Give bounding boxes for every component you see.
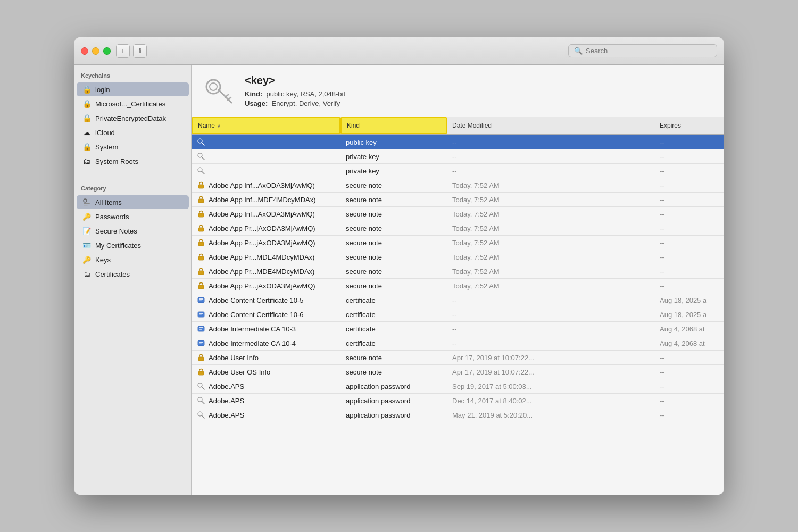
- titlebar-actions: + ℹ: [116, 44, 147, 58]
- row-icon: [197, 339, 205, 347]
- cell-kind: private key: [340, 164, 447, 178]
- sidebar-item-private-encrypted[interactable]: 🔒 PrivateEncryptedDatak: [77, 111, 189, 125]
- svg-line-11: [202, 157, 204, 160]
- keychain-access-window: + ℹ 🔍 Keychains 🔒 login 🔒 Microsof..._Ce…: [74, 37, 724, 495]
- table-row[interactable]: Adobe App Pr...jAxODA3MjAwMQ) secure not…: [192, 236, 724, 250]
- detail-info: <key> Kind: public key, RSA, 2,048-bit U…: [245, 74, 345, 109]
- table-row[interactable]: Adobe Content Certificate 10-5 certifica…: [192, 293, 724, 307]
- table-row[interactable]: Adobe App Inf...AxODA3MjAwMQ) secure not…: [192, 178, 724, 193]
- cell-kind: application password: [340, 408, 447, 422]
- sidebar-item-login[interactable]: 🔒 login: [77, 82, 189, 96]
- sidebar-item-my-certificates[interactable]: 🪪 My Certificates: [77, 238, 189, 252]
- search-bar[interactable]: 🔍: [568, 44, 717, 57]
- cell-name: Adobe Content Certificate 10-6: [192, 307, 340, 321]
- cell-expires: --: [654, 193, 724, 206]
- svg-rect-26: [199, 313, 203, 314]
- row-icon: [197, 238, 205, 247]
- row-icon: [197, 281, 205, 290]
- category-icon: 📝: [82, 226, 92, 236]
- table-row[interactable]: Adobe.APS application password Dec 14, 2…: [192, 394, 724, 408]
- table-row[interactable]: Adobe.APS application password May 21, 2…: [192, 408, 724, 422]
- sidebar-item-all-items[interactable]: All Items: [77, 195, 189, 209]
- sidebar: Keychains 🔒 login 🔒 Microsof..._Certific…: [74, 65, 192, 495]
- category-section-label: Category: [74, 178, 191, 195]
- sidebar-item-secure-notes[interactable]: 📝 Secure Notes: [77, 224, 189, 238]
- cell-kind: secure note: [340, 365, 447, 379]
- cell-expires: Aug 4, 2068 at: [654, 336, 724, 350]
- sidebar-item-certificates[interactable]: 🗂 Certificates: [77, 267, 189, 281]
- table-row[interactable]: Adobe User OS Info secure note Apr 17, 2…: [192, 365, 724, 379]
- table-row[interactable]: Adobe App Pr...jAxODA3MjAwMQ) secure not…: [192, 221, 724, 236]
- table-row[interactable]: Adobe Intermediate CA 10-4 certificate -…: [192, 336, 724, 351]
- cell-expires: --: [654, 379, 724, 393]
- cell-date: --: [447, 135, 654, 149]
- svg-rect-16: [198, 213, 204, 217]
- cell-kind: private key: [340, 149, 447, 163]
- row-icon: [197, 267, 205, 276]
- table-row[interactable]: Adobe App Inf...AxODA3MjAwMQ) secure not…: [192, 207, 724, 221]
- sidebar-item-icloud[interactable]: ☁ iCloud: [77, 126, 189, 139]
- column-header-expires[interactable]: Expires: [654, 117, 724, 134]
- table-row[interactable]: Adobe Content Certificate 10-6 certifica…: [192, 307, 724, 322]
- row-icon: [197, 296, 205, 304]
- cell-kind: secure note: [340, 221, 447, 235]
- sidebar-item-keys[interactable]: 🔑 Keys: [77, 253, 189, 267]
- cell-expires: --: [654, 408, 724, 422]
- cell-date: Today, 7:52 AM: [447, 178, 654, 192]
- table-row[interactable]: Adobe.APS application password Sep 19, 2…: [192, 379, 724, 394]
- cell-expires: Aug 18, 2025 a: [654, 307, 724, 321]
- keychain-icon: 🗂: [82, 156, 92, 166]
- sidebar-item-microsoft-certs[interactable]: 🔒 Microsof..._Certificates: [77, 97, 189, 111]
- add-keychain-button[interactable]: +: [116, 44, 130, 58]
- cell-kind: certificate: [340, 336, 447, 350]
- cell-date: --: [447, 307, 654, 321]
- sidebar-item-system-roots[interactable]: 🗂 System Roots: [77, 154, 189, 168]
- table-row[interactable]: Adobe Intermediate CA 10-3 certificate -…: [192, 322, 724, 336]
- table-row[interactable]: Adobe App Pr...jAxODA3MjAwMQ) secure not…: [192, 279, 724, 293]
- table-row[interactable]: private key -- --: [192, 164, 724, 178]
- category-icon: 🪪: [82, 240, 92, 250]
- table-row[interactable]: Adobe App Pr...MDE4MDcyMDAx) secure note…: [192, 250, 724, 264]
- svg-rect-33: [199, 344, 202, 345]
- column-header-kind[interactable]: Kind: [340, 117, 447, 134]
- svg-rect-20: [198, 271, 204, 275]
- sidebar-item-label: All Items: [95, 198, 122, 206]
- cell-date: Sep 19, 2017 at 5:00:03...: [447, 379, 654, 393]
- sidebar-item-system[interactable]: 🔒 System: [77, 140, 189, 154]
- row-icon: [197, 224, 205, 232]
- table-row[interactable]: public key -- --: [192, 135, 724, 149]
- table-row[interactable]: Adobe App Pr...MDE4MDcyMDAx) secure note…: [192, 264, 724, 279]
- cell-kind: public key: [340, 135, 447, 149]
- keychain-icon: 🔒: [82, 99, 92, 109]
- row-icon: [197, 253, 205, 261]
- cell-name: Adobe Intermediate CA 10-4: [192, 336, 340, 350]
- row-icon: [197, 353, 205, 362]
- table-row[interactable]: private key -- --: [192, 149, 724, 164]
- sidebar-item-passwords[interactable]: 🔑 Passwords: [77, 210, 189, 223]
- cell-name: Adobe Content Certificate 10-5: [192, 293, 340, 307]
- cell-date: --: [447, 293, 654, 307]
- categories-list: All Items 🔑 Passwords 📝 Secure Notes 🪪 M…: [74, 195, 191, 281]
- info-button[interactable]: ℹ: [133, 44, 147, 58]
- column-header-name[interactable]: Name ∧: [192, 117, 340, 134]
- minimize-button[interactable]: [92, 47, 99, 55]
- main-content: Keychains 🔒 login 🔒 Microsof..._Certific…: [74, 65, 724, 495]
- row-icon: [197, 195, 205, 204]
- svg-rect-30: [199, 329, 202, 330]
- row-icon: [197, 325, 205, 333]
- close-button[interactable]: [81, 47, 88, 55]
- row-icon: [197, 396, 205, 405]
- cell-expires: --: [654, 178, 724, 192]
- cell-name: [192, 149, 340, 163]
- search-input[interactable]: [586, 47, 711, 55]
- svg-rect-35: [198, 371, 204, 375]
- column-header-date[interactable]: Date Modified: [447, 117, 654, 134]
- cell-expires: --: [654, 207, 724, 221]
- cell-name: Adobe App Pr...jAxODA3MjAwMQ): [192, 236, 340, 250]
- cell-expires: --: [654, 236, 724, 250]
- table-row[interactable]: Adobe User Info secure note Apr 17, 2019…: [192, 351, 724, 365]
- table-row[interactable]: Adobe App Inf...MDE4MDcyMDAx) secure not…: [192, 193, 724, 207]
- keychain-icon: 🔒: [82, 85, 92, 94]
- cell-kind: certificate: [340, 322, 447, 336]
- maximize-button[interactable]: [103, 47, 111, 55]
